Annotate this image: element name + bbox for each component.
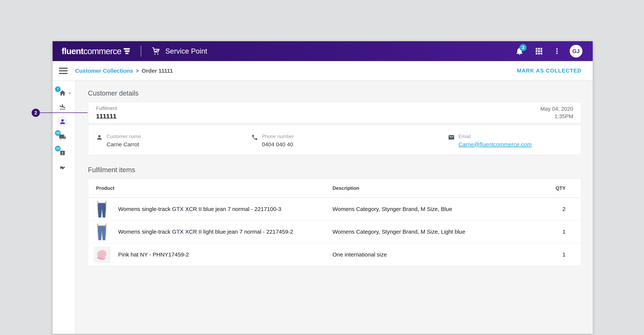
app-bar: fluentcommerce Service Point 3 xyxy=(52,41,593,61)
logo-commerce: commerce xyxy=(83,46,121,56)
phone-number-label: Phone number xyxy=(262,134,294,139)
logo-fluent: fluent xyxy=(62,46,83,56)
email-icon xyxy=(448,134,455,148)
email-field: Email Carrie@fluentcommerce.com xyxy=(448,134,532,148)
more-menu-button[interactable] xyxy=(553,47,561,55)
hamburger-menu-button[interactable] xyxy=(59,68,68,74)
fulfilment-items-table: Product Description QTY Womens single-tr xyxy=(88,179,581,266)
product-name: Womens single-track GTX XCR II light blu… xyxy=(118,229,332,235)
breadcrumb-parent-link[interactable]: Customer Collections xyxy=(75,68,133,74)
breadcrumb-current: Order 11111 xyxy=(142,68,173,74)
avatar[interactable]: GJ xyxy=(570,45,582,58)
phone-icon xyxy=(252,134,258,148)
product-name: Womens single-track GTX XCR II blue jean… xyxy=(118,206,332,212)
home-count-badge: 7 xyxy=(55,86,61,92)
grid-icon xyxy=(535,47,543,55)
main-content: Customer details Fulfilment 111111 May 0… xyxy=(75,81,593,334)
sidebar-item-home[interactable]: 7 xyxy=(57,88,68,98)
fulfilment-time: 1:35PM xyxy=(540,113,573,120)
sidebar: 7 10 10 xyxy=(52,81,75,334)
deliveries-count-badge: 10 xyxy=(55,130,61,136)
customer-details-title: Customer details xyxy=(88,90,581,97)
app-name: Service Point xyxy=(165,47,207,55)
email-link[interactable]: Carrie@fluentcommerce.com xyxy=(458,141,532,148)
app-grid-button[interactable] xyxy=(535,47,543,55)
chevron-down-icon[interactable] xyxy=(68,91,72,96)
product-description: Womens Category, Stynger Brand, M Size, … xyxy=(332,206,525,212)
column-header-product: Product xyxy=(88,185,332,191)
product-image-light-blue-jeans xyxy=(96,223,107,241)
person-icon xyxy=(96,134,103,148)
mark-as-collected-button[interactable]: MARK AS COLLECTED xyxy=(517,68,582,74)
person-icon xyxy=(59,118,66,125)
appbar-actions: 3 GJ xyxy=(515,45,582,58)
notifications-button[interactable]: 3 xyxy=(515,47,524,56)
customer-name-field: Customer name Carrie Carrot xyxy=(96,134,141,148)
fluentcommerce-logo-mark-icon xyxy=(124,48,130,54)
column-header-description: Description xyxy=(332,185,525,191)
cart-icon xyxy=(152,47,160,56)
table-row[interactable]: Womens single-track GTX XCR II blue jean… xyxy=(88,198,581,220)
email-label: Email xyxy=(458,134,532,139)
sidebar-item-deliveries[interactable]: 10 xyxy=(57,132,68,142)
flight-land-icon xyxy=(59,103,66,110)
product-qty: 1 xyxy=(525,251,582,258)
page-body: 7 10 10 xyxy=(52,81,593,334)
app-window: fluentcommerce Service Point 3 xyxy=(52,41,593,334)
phone-number-value: 0404 040 40 xyxy=(262,141,294,148)
column-header-qty: QTY xyxy=(525,185,582,191)
appbar-divider xyxy=(141,46,141,57)
product-description: One international size xyxy=(332,251,525,258)
fulfilment-number: 111111 xyxy=(96,113,117,120)
table-header-row: Product Description QTY xyxy=(88,179,581,198)
product-description: Womens Category, Stynger Brand, M Size, … xyxy=(332,229,525,235)
sidebar-item-collect[interactable] xyxy=(57,164,68,174)
fulfilment-items-title: Fulfilment items xyxy=(88,166,581,174)
customer-name-label: Customer name xyxy=(106,134,141,139)
table-row[interactable]: Womens single-track GTX XCR II light blu… xyxy=(88,220,581,243)
customer-contact-card: Customer name Carrie Carrot Phone number… xyxy=(88,125,581,155)
logo-text: fluentcommerce xyxy=(62,46,121,56)
fulfilment-label: Fulfilment xyxy=(96,106,117,111)
phone-number-field: Phone number 0404 040 40 xyxy=(252,134,294,148)
fulfilment-datetime: May 04, 2020 1:35PM xyxy=(540,105,573,120)
product-name: Pink hat NY - PHNY17459-2 xyxy=(118,251,332,258)
collect-check-icon xyxy=(59,165,66,172)
sidebar-item-customer-collections[interactable] xyxy=(57,116,68,127)
annotation-step-badge: 2 xyxy=(32,109,40,117)
breadcrumb-separator: > xyxy=(136,68,139,74)
sidebar-item-exceptions[interactable]: 10 xyxy=(57,147,68,158)
breadcrumb: Customer Collections > Order 11111 xyxy=(75,68,173,74)
product-image-blue-jeans xyxy=(96,200,107,218)
product-qty: 1 xyxy=(525,229,582,235)
sidebar-item-arrivals[interactable] xyxy=(57,102,68,112)
product-qty: 2 xyxy=(525,206,582,212)
exceptions-count-badge: 10 xyxy=(55,146,61,151)
fulfilment-date: May 04, 2020 xyxy=(540,105,573,113)
notification-count-badge: 3 xyxy=(520,44,526,51)
breadcrumb-bar: Customer Collections > Order 11111 MARK … xyxy=(52,61,593,81)
customer-name-value: Carrie Carrot xyxy=(106,141,141,148)
fulfilment-summary-card: Fulfilment 111111 May 04, 2020 1:35PM xyxy=(88,102,581,123)
fluentcommerce-logo[interactable]: fluentcommerce xyxy=(62,46,130,56)
table-row[interactable]: Pink hat NY - PHNY17459-2 One internatio… xyxy=(88,243,581,266)
annotation-callout-line xyxy=(40,112,88,113)
app-switcher[interactable]: Service Point xyxy=(152,47,207,56)
product-image-pink-hat xyxy=(94,247,110,263)
kebab-icon xyxy=(553,47,561,55)
